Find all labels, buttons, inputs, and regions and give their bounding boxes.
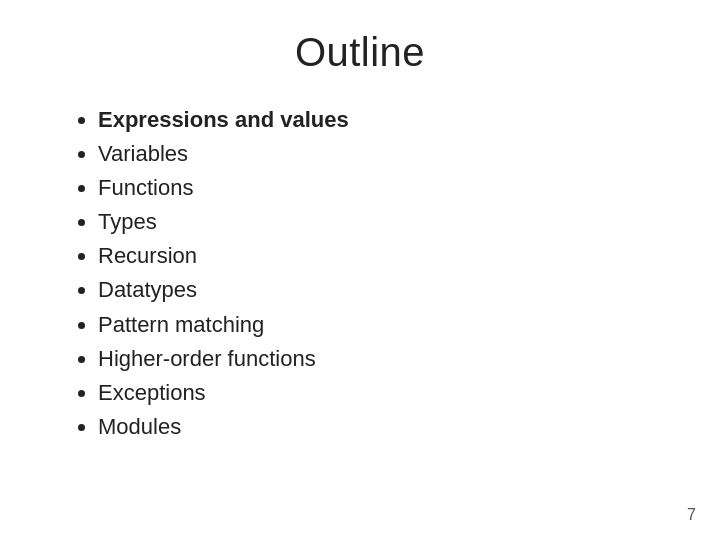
list-item: Datatypes <box>98 273 349 307</box>
list-item: Variables <box>98 137 349 171</box>
list-item: Pattern matching <box>98 308 349 342</box>
list-item: Expressions and values <box>98 103 349 137</box>
list-item: Higher-order functions <box>98 342 349 376</box>
slide-title: Outline <box>295 30 425 75</box>
bullet-list: Expressions and valuesVariablesFunctions… <box>70 103 349 444</box>
content-area: Expressions and valuesVariablesFunctions… <box>40 103 680 444</box>
slide: Outline Expressions and valuesVariablesF… <box>0 0 720 540</box>
list-item: Recursion <box>98 239 349 273</box>
list-item: Modules <box>98 410 349 444</box>
slide-number: 7 <box>687 506 696 524</box>
list-item: Types <box>98 205 349 239</box>
list-item: Exceptions <box>98 376 349 410</box>
list-item: Functions <box>98 171 349 205</box>
